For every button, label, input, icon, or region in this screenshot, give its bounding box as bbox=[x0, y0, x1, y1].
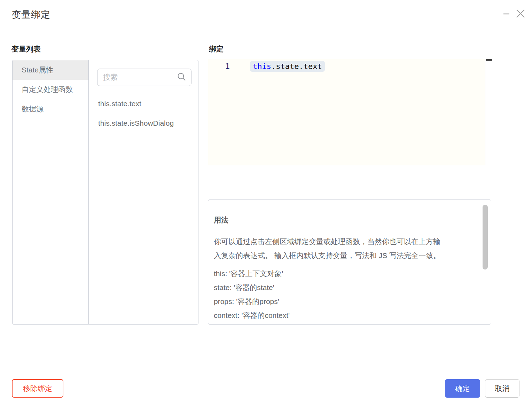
usage-intro-line: 你可以通过点击左侧区域绑定变量或处理函数，当然你也可以在上方输 bbox=[214, 235, 477, 249]
variable-binding-dialog: 变量绑定 变量列表 绑定 State属性 自定义处理函数 数据源 bbox=[0, 0, 532, 406]
cancel-button[interactable]: 取消 bbox=[485, 379, 519, 398]
binding-heading: 绑定 bbox=[209, 44, 224, 54]
variable-list-panel: State属性 自定义处理函数 数据源 this.state.text this… bbox=[12, 60, 198, 325]
editor-minimap bbox=[485, 59, 493, 165]
usage-intro-line: 入复杂的表达式。 输入框内默认支持变量，写法和 JS 写法完全一致。 bbox=[214, 249, 477, 263]
dialog-title: 变量绑定 bbox=[11, 8, 50, 21]
search-box bbox=[97, 69, 191, 86]
usage-entry: schema: '页面上下文对象' bbox=[214, 322, 477, 325]
ok-button[interactable]: 确定 bbox=[445, 379, 480, 398]
remove-binding-button[interactable]: 移除绑定 bbox=[12, 379, 63, 398]
variable-item-list: this.state.text this.state.isShowDialog bbox=[89, 94, 198, 133]
usage-entries: this: '容器上下文对象' state: '容器的state' props:… bbox=[214, 267, 477, 325]
line-number: 1 bbox=[208, 62, 230, 71]
search-icon bbox=[177, 72, 186, 83]
usage-panel: 用法 你可以通过点击左侧区域绑定变量或处理函数，当然你也可以在上方输 入复杂的表… bbox=[208, 200, 491, 325]
variable-list-heading: 变量列表 bbox=[11, 44, 41, 54]
usage-entry: props: '容器的props' bbox=[214, 295, 477, 309]
search-input[interactable] bbox=[103, 73, 177, 81]
binding-code-editor[interactable]: 1 this.state.text bbox=[208, 59, 493, 165]
tab-data-source[interactable]: 数据源 bbox=[13, 99, 88, 119]
code-keyword: this bbox=[253, 62, 271, 71]
usage-heading: 用法 bbox=[214, 215, 228, 225]
list-item[interactable]: this.state.isShowDialog bbox=[89, 114, 198, 133]
usage-entry: context: '容器的context' bbox=[214, 309, 477, 322]
variable-tabs: State属性 自定义处理函数 数据源 bbox=[13, 60, 89, 324]
usage-entry: state: '容器的state' bbox=[214, 281, 477, 295]
editor-line: 1 this.state.text bbox=[208, 60, 493, 72]
window-controls bbox=[501, 8, 526, 19]
minimize-icon[interactable] bbox=[501, 8, 512, 19]
usage-body: 你可以通过点击左侧区域绑定变量或处理函数，当然你也可以在上方输 入复杂的表达式。… bbox=[214, 235, 477, 325]
tab-custom-handlers[interactable]: 自定义处理函数 bbox=[13, 80, 88, 99]
code-expression: this.state.text bbox=[250, 61, 325, 72]
tab-state-props[interactable]: State属性 bbox=[13, 60, 88, 80]
close-icon[interactable] bbox=[515, 8, 526, 19]
minimap-code-marker bbox=[486, 59, 492, 61]
variable-list-content: this.state.text this.state.isShowDialog bbox=[89, 60, 198, 324]
usage-scrollbar-thumb[interactable] bbox=[483, 205, 488, 270]
code-rest: .state.text bbox=[271, 62, 322, 71]
list-item[interactable]: this.state.text bbox=[89, 94, 198, 114]
usage-entry: this: '容器上下文对象' bbox=[214, 267, 477, 281]
